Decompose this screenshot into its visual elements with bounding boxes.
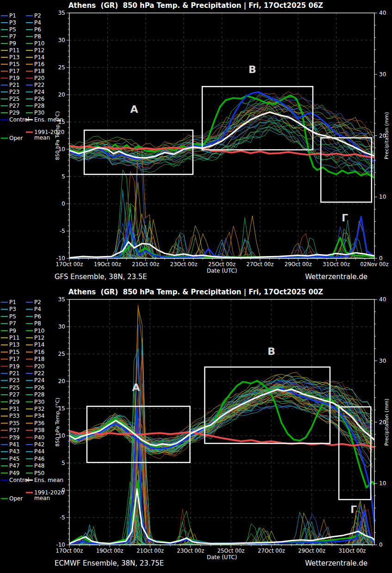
x-tick-label: 25Oct 00z (208, 261, 236, 268)
annotation-label-B: B (268, 346, 276, 357)
x-tick-label: 02Nov 00z (360, 261, 388, 268)
legend-label: P14 (34, 341, 45, 348)
legend-label: P27 (9, 103, 20, 109)
legend-label: P21 (9, 370, 20, 377)
legend-label: P9 (9, 40, 16, 47)
left-tick-label: -5 (60, 514, 65, 521)
legend-label: P42 (34, 441, 45, 448)
legend-label: P11 (9, 335, 20, 341)
legend-label: P8 (34, 320, 41, 327)
legend-label: P18 (34, 68, 45, 74)
x-tick-label: 19Oct 00z (96, 548, 123, 554)
legend-label: P4 (34, 19, 41, 26)
legend-label: P49 (9, 470, 20, 476)
legend-label: P24 (34, 377, 45, 384)
legend-label: P3 (9, 19, 16, 26)
legend-label: P25 (9, 384, 20, 391)
legend-label: P10 (34, 328, 45, 334)
legend-label: P5 (9, 26, 16, 33)
legend-label: Oper (9, 495, 23, 502)
left-tick-label: -10 (56, 542, 65, 548)
legend-label: P6 (34, 313, 41, 320)
x-tick-label: 23Oct 00z (170, 261, 197, 268)
legend-label: P35 (9, 420, 20, 427)
left-tick-label: -10 (56, 255, 65, 262)
ecmwf-ensemble-panel: 35302520151050-5-1040302010017Oct 00z19O… (0, 286, 392, 573)
legend-label: P30 (34, 110, 45, 116)
legend-label: P3 (9, 306, 16, 312)
legend-label: mean (34, 134, 50, 141)
model-caption: GFS Ensemble, 38N, 23.5E (55, 273, 147, 281)
x-tick-label: 21Oct 00z (132, 261, 159, 268)
annotation-label-B: B (249, 64, 257, 75)
x-tick-label: 31Oct 00z (323, 261, 350, 268)
legend-label: P4 (34, 306, 41, 312)
legend-label: P28 (34, 103, 45, 109)
x-tick-label: 23Oct 00z (177, 548, 204, 554)
watermark: Wetterzentrale.de (305, 273, 368, 281)
x-tick-label: 27Oct 00z (258, 548, 285, 554)
legend-label: P40 (34, 434, 45, 441)
chart-title: Athens (GR) 850 hPa Temp. & Precipitatio… (68, 288, 323, 296)
legend-label: Oper (9, 135, 23, 141)
legend-label: P23 (9, 377, 20, 384)
x-tick-label: 31Oct 00z (338, 548, 366, 554)
x-tick-label: 25Oct 00z (217, 548, 245, 554)
legend-label: P15 (9, 349, 20, 355)
x-tick-label: 17Oct 00z (56, 261, 83, 268)
legend-label: P31 (9, 406, 20, 412)
legend-label: P20 (34, 363, 45, 370)
legend-label: P17 (9, 68, 20, 74)
legend-label: mean (34, 495, 50, 501)
legend-label: P15 (9, 61, 20, 67)
legend-label: P18 (34, 356, 45, 362)
x-tick-label: 17Oct 00z (56, 548, 83, 554)
right-tick-label: 30 (379, 71, 386, 78)
gfs-chart: 35302520151050-5-1040302010017Oct 00z19O… (0, 0, 392, 286)
legend-label: P1 (9, 12, 16, 19)
annotation-label-Γ: Γ (342, 212, 348, 224)
legend-label: P48 (34, 463, 45, 469)
legend-label: P36 (34, 420, 45, 427)
right-tick-label: 0 (379, 255, 383, 262)
legend-label: Ens. mean (34, 116, 63, 123)
legend-label: P39 (9, 434, 20, 441)
legend-label: P46 (34, 456, 45, 462)
legend-label: P1 (9, 299, 16, 305)
legend-label: P8 (34, 33, 41, 40)
legend-label: P5 (9, 313, 16, 320)
legend-label: P19 (9, 363, 20, 370)
legend-label: P13 (9, 54, 20, 61)
left-tick-label: -5 (60, 228, 65, 234)
legend-label: P33 (9, 413, 20, 419)
left-tick-label: 30 (58, 37, 65, 43)
legend-label: P21 (9, 82, 20, 88)
legend-label: P47 (9, 463, 20, 469)
legend-label: P19 (9, 75, 20, 81)
x-tick-label: 21Oct 00z (136, 548, 164, 554)
left-tick-label: 25 (58, 64, 65, 71)
legend-label: P16 (34, 61, 45, 67)
legend-label: P28 (34, 391, 45, 398)
left-tick-label: 5 (61, 460, 65, 466)
legend-label: P29 (9, 110, 20, 116)
legend-label: P22 (34, 82, 45, 88)
legend-label: P7 (9, 320, 16, 327)
annotation-label-A: A (130, 104, 138, 115)
x-tick-label: 27Oct 00z (246, 261, 274, 268)
right-tick-label: 30 (379, 358, 386, 364)
right-tick-label: 40 (379, 296, 386, 303)
model-caption: ECMWF Ensemble, 38N, 23.75E (55, 559, 164, 567)
left-tick-label: 35 (58, 10, 65, 16)
legend-label: P34 (34, 413, 45, 419)
legend-label: P17 (9, 356, 20, 362)
legend-label: P22 (34, 370, 45, 377)
right-axis-title: Precipitation (mm) (384, 112, 390, 159)
chart-title: Athens (GR) 850 hPa Temp. & Precipitatio… (68, 1, 323, 10)
left-tick-label: 25 (58, 351, 65, 357)
left-tick-label: 0 (61, 201, 65, 207)
legend-label: P9 (9, 328, 16, 334)
x-tick-label: 19Oct 00z (94, 261, 121, 268)
legend-label: P27 (9, 391, 20, 398)
left-tick-label: 30 (58, 323, 65, 330)
